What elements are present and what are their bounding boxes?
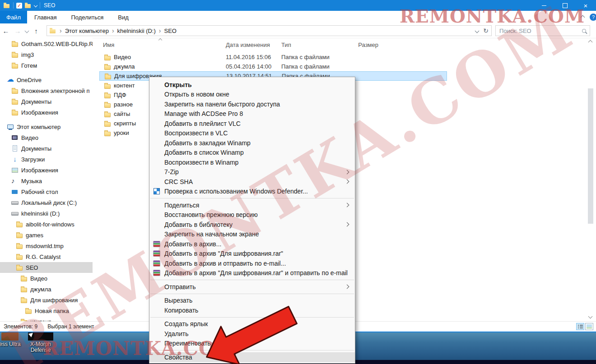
- folder-icon: [20, 286, 28, 293]
- menu-item-copy[interactable]: Копировать: [149, 305, 355, 315]
- menu-item-archive-named-and-email[interactable]: Добавить в архив "Для шифрования.rar" и …: [149, 268, 355, 278]
- help-icon[interactable]: ?: [590, 14, 596, 21]
- menu-item-add-to-archive-named[interactable]: Добавить в архив "Для шифрования.rar": [149, 249, 355, 259]
- sidebar-item-rg-catalyst[interactable]: R.G. Catalyst: [0, 251, 93, 262]
- new-folder-icon[interactable]: [25, 3, 32, 8]
- column-header-date[interactable]: Дата изменения: [226, 40, 281, 50]
- close-button[interactable]: ×: [575, 0, 596, 11]
- menu-item-properties[interactable]: Свойства: [149, 352, 355, 362]
- menu-item-add-to-archive[interactable]: Добавить в архив...: [149, 239, 355, 249]
- menu-item-delete[interactable]: Удалить: [149, 329, 355, 339]
- sidebar-item-msdownld[interactable]: msdownld.tmp: [0, 240, 93, 251]
- sidebar-item-seo[interactable]: SEO: [0, 262, 93, 273]
- sidebar-item-joomla[interactable]: джумла: [0, 284, 93, 295]
- breadcrumb-separator: ›: [159, 27, 161, 34]
- details-view-button[interactable]: [576, 323, 584, 330]
- sidebar-item-for-encryption[interactable]: Для шифрования: [0, 295, 93, 305]
- tab-share[interactable]: Поделиться: [64, 11, 111, 23]
- menu-item-open-new-window[interactable]: Открыть в новом окне: [149, 90, 355, 100]
- file-row[interactable]: Видео11.04.2016 15:06Папка с файлами: [99, 52, 447, 62]
- menu-item-rename[interactable]: Переименовать: [149, 339, 355, 349]
- scroll-down-icon[interactable]: [588, 314, 593, 319]
- sidebar-item-this-pc[interactable]: Этот компьютер: [0, 121, 93, 132]
- sidebar-item-img3[interactable]: img3: [0, 49, 93, 60]
- column-header-size[interactable]: Размер: [340, 40, 378, 50]
- column-header-type[interactable]: Тип: [281, 40, 340, 50]
- up-button[interactable]: ↑: [30, 27, 42, 35]
- breadcrumb-this-pc[interactable]: Этот компьютер: [65, 28, 109, 34]
- folder-icon: [25, 307, 32, 314]
- menu-item-winamp-bookmarks[interactable]: Добавить в закладки Winamp: [149, 138, 355, 148]
- sidebar-item-documents[interactable]: Документы: [0, 96, 93, 107]
- sidebar-item-documents[interactable]: Документы: [0, 143, 93, 154]
- breadcrumb-drive-d[interactable]: khelninskii (D:): [117, 28, 156, 34]
- menu-separator: [150, 198, 354, 198]
- back-button[interactable]: ←: [0, 27, 12, 35]
- menu-item-archive-and-email[interactable]: Добавить в архив и отправить по e-mail..…: [149, 258, 355, 268]
- expand-ribbon-chevron-icon[interactable]: [581, 15, 585, 19]
- tab-file[interactable]: Файл: [0, 11, 27, 23]
- tab-home[interactable]: Главная: [27, 11, 64, 23]
- sidebar-item-downloads[interactable]: ↓Загрузки: [0, 154, 93, 165]
- menu-item-vlc-playlist[interactable]: Добавить в плейлист VLC: [149, 119, 355, 129]
- sidebar-item-pictures[interactable]: Изображения: [0, 107, 93, 118]
- sidebar-item-drive-c[interactable]: Локальный диск (C:): [0, 197, 93, 208]
- sidebar-item-new-folder[interactable]: Новая папка: [0, 305, 93, 316]
- menu-item-share[interactable]: Поделиться: [149, 200, 355, 210]
- breadcrumb[interactable]: › Этот компьютер › khelninskii (D:) › SE…: [47, 25, 492, 36]
- sidebar-item-videos[interactable]: Видео: [0, 132, 93, 143]
- menu-item-pin-quick-access[interactable]: Закрепить на панели быстрого доступа: [149, 99, 355, 109]
- search-icon[interactable]: [582, 29, 586, 33]
- sidebar-item-desktop[interactable]: Рабочий стол: [0, 186, 93, 197]
- menu-item-crc-sha[interactable]: CRC SHA: [149, 177, 355, 187]
- menu-item-restore-previous[interactable]: Восстановить прежнюю версию: [149, 210, 355, 220]
- menu-item-7zip[interactable]: 7-Zip: [149, 167, 355, 177]
- menu-item-winamp-play[interactable]: Воспроизвести в Winamp: [149, 157, 355, 167]
- sidebar-scrollbar[interactable]: [587, 38, 594, 322]
- menu-item-cut[interactable]: Вырезать: [149, 296, 355, 306]
- scrollbar-thumb[interactable]: [588, 88, 593, 224]
- refresh-icon[interactable]: ↻: [483, 27, 489, 34]
- properties-check-icon[interactable]: ✓: [16, 3, 22, 9]
- file-row[interactable]: джумла05.04.2016 14:00Папка с файлами: [99, 62, 447, 71]
- menu-item-send-to[interactable]: Отправить: [149, 282, 355, 292]
- address-dropdown-chevron-icon[interactable]: [475, 28, 480, 33]
- maximize-button[interactable]: [554, 0, 575, 11]
- desktop-icon-chess-ultra[interactable]: ess Ultra: [0, 332, 23, 347]
- sidebar-item-onedrive[interactable]: ☁OneDrive: [0, 74, 93, 85]
- sidebar-item-pictures[interactable]: Изображения: [0, 165, 93, 175]
- drive-icon: [11, 199, 19, 206]
- menu-item-defender-scan[interactable]: Проверка с использованием Windows Defend…: [149, 187, 355, 197]
- sidebar-item-aibolit[interactable]: aibolit-for-windows: [0, 219, 93, 230]
- scroll-up-icon[interactable]: [588, 40, 593, 45]
- menu-item-open[interactable]: Открыть: [149, 80, 355, 90]
- sidebar-item-video[interactable]: Видео: [0, 273, 93, 284]
- menu-item-create-shortcut[interactable]: Создать ярлык: [149, 319, 355, 329]
- submenu-chevron-icon: [345, 170, 349, 174]
- folder-icon: [104, 111, 111, 118]
- menu-item-add-to-library[interactable]: Добавить в библиотеку: [149, 220, 355, 230]
- sidebar-item-games[interactable]: games: [0, 230, 93, 240]
- column-header-name[interactable]: Имя: [99, 40, 226, 50]
- search-input[interactable]: Поиск: SEO: [495, 25, 590, 36]
- breadcrumb-seo[interactable]: SEO: [164, 28, 176, 34]
- thumbnails-view-button[interactable]: [585, 323, 593, 330]
- minimize-button[interactable]: [534, 0, 554, 11]
- sidebar-item-gotem[interactable]: Готем: [0, 60, 93, 71]
- sidebar-item-drive-d[interactable]: khelninskii (D:): [0, 208, 93, 219]
- qat-customize-chevron-icon[interactable]: [34, 4, 37, 7]
- folder-icon: [20, 296, 28, 304]
- sidebar-item-gotham[interactable]: Gotham.S02.WEB-DLRip.Ru: [0, 38, 93, 49]
- menu-item-vlc-play[interactable]: Воспроизвести в VLC: [149, 129, 355, 138]
- sidebar-item-attachments[interactable]: Вложения электронной п: [0, 85, 93, 96]
- desktop-icon-x-morph-defense[interactable]: X-Morph Defense: [26, 331, 55, 353]
- menu-item-winamp-list[interactable]: Добавить в список Winamp: [149, 148, 355, 158]
- sidebar-item-music[interactable]: ♪Музыка: [0, 175, 93, 186]
- forward-button[interactable]: →: [12, 27, 23, 35]
- desktop-icon-label: X-Morph Defense: [26, 341, 55, 353]
- menu-item-acdsee[interactable]: Manage with ACDSee Pro 8: [149, 109, 355, 119]
- tab-view[interactable]: Вид: [111, 11, 136, 23]
- recent-locations-chevron-icon[interactable]: [25, 28, 29, 33]
- documents-icon: [11, 145, 19, 152]
- menu-item-pin-to-start[interactable]: Закрепить на начальном экране: [149, 230, 355, 240]
